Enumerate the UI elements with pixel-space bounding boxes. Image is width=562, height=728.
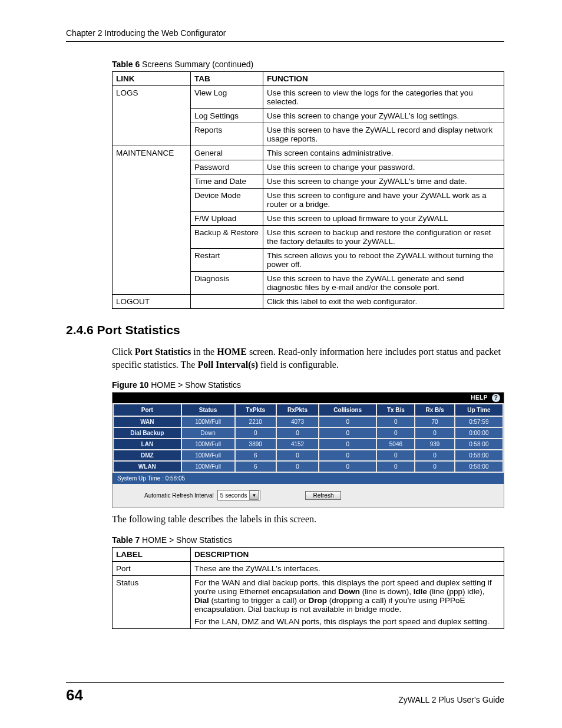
stats-cell: WLAN	[114, 462, 181, 472]
stats-cell: LAN	[114, 439, 181, 449]
table-row: LOGOUT Click this label to exit the web …	[113, 295, 504, 309]
table6-link-cell: LOGS	[113, 86, 191, 146]
stats-cell: Down	[182, 428, 234, 438]
table6-tab-cell: Password	[191, 160, 263, 174]
table7-caption: Table 7 HOME > Show Statistics	[112, 535, 504, 545]
stats-cell: 100M/Full	[182, 450, 234, 460]
stats-cell: 939	[415, 439, 454, 449]
table6-fn-cell: Use this screen to change your password.	[263, 160, 504, 174]
table7-label-cell: Status	[113, 575, 191, 628]
stats-cell: 4152	[277, 439, 318, 449]
stats-cell: 0	[319, 462, 376, 472]
table6-link-cell: MAINTENANCE	[113, 146, 191, 295]
table6-fn-cell: This screen contains administrative.	[263, 146, 504, 160]
table-row: Status For the WAN and dial backup ports…	[113, 575, 504, 628]
help-icon[interactable]: ?	[492, 394, 500, 402]
stats-header: Rx B/s	[415, 404, 454, 416]
stats-cell: 0:58:00	[455, 450, 503, 460]
stats-cell: 0	[319, 450, 376, 460]
refresh-interval-label: Automatic Refresh Interval	[144, 492, 214, 499]
desc-text: For the LAN, DMZ and WLAN ports, this di…	[194, 617, 490, 626]
stats-row: Dial BackupDown000000:00:00	[114, 428, 503, 438]
para-bold: Poll Interval(s)	[197, 360, 258, 370]
table6-link-cell: LOGOUT	[113, 295, 191, 309]
stats-cell: 0	[415, 462, 454, 472]
table6-fn-cell: This screen allows you to reboot the ZyW…	[263, 249, 504, 272]
chevron-down-icon[interactable]: ▼	[249, 490, 259, 500]
refresh-button[interactable]: Refresh	[305, 491, 341, 500]
stats-cell: 70	[415, 417, 454, 427]
stats-cell: 0	[377, 450, 414, 460]
stats-cell: 0	[415, 450, 454, 460]
stats-cell: 6	[236, 450, 276, 460]
figure10-caption-bold: Figure 10	[112, 380, 148, 390]
table6-tab-cell: General	[191, 146, 263, 160]
table6-caption-bold: Table 6	[112, 60, 140, 69]
stats-header: Status	[182, 404, 234, 416]
table6-tab-cell: Diagnosis	[191, 272, 263, 295]
stats-header: RxPkts	[277, 404, 318, 416]
help-label[interactable]: HELP	[471, 394, 488, 401]
stats-cell: 0	[377, 417, 414, 427]
desc-bold: Down	[338, 587, 360, 596]
refresh-interval-select[interactable]: 5 seconds ▼	[217, 490, 261, 500]
stats-row: LAN100M/Full38904152050469390:58:00	[114, 439, 503, 449]
table6-fn-cell: Use this screen to view the logs for the…	[263, 86, 504, 109]
stats-cell: 0	[319, 417, 376, 427]
stats-cell: DMZ	[114, 450, 181, 460]
section-heading: 2.4.6 Port Statistics	[66, 323, 504, 337]
desc-text: (line (ppp) idle),	[427, 587, 485, 596]
system-uptime: System Up Time : 0:58:05	[113, 473, 504, 484]
refresh-interval-value: 5 seconds	[220, 492, 247, 499]
page-number: 64	[66, 686, 83, 704]
stats-cell: Dial Backup	[114, 428, 181, 438]
stats-cell: 0:57:59	[455, 417, 503, 427]
para-text: Click	[112, 347, 135, 357]
table7-desc-cell: These are the ZyWALL's interfaces.	[191, 561, 504, 575]
stats-cell: 0	[277, 462, 318, 472]
stats-header: Tx B/s	[377, 404, 414, 416]
help-bar: HELP ?	[113, 393, 504, 403]
stats-row: WAN100M/Full2210407300700:57:59	[114, 417, 503, 427]
stats-header: Port	[114, 404, 181, 416]
table6-fn-cell: Use this screen to change your ZyWALL's …	[263, 109, 504, 123]
stats-row: DMZ100M/Full600000:58:00	[114, 450, 503, 460]
table6-tab-cell: Restart	[191, 249, 263, 272]
table6-caption: Table 6 Screens Summary (continued)	[112, 60, 504, 69]
table7-desc-cell: For the WAN and dial backup ports, this …	[191, 575, 504, 628]
stats-cell: 4073	[277, 417, 318, 427]
stats-cell: 0	[319, 439, 376, 449]
stats-cell: 6	[236, 462, 276, 472]
footer-doc-title: ZyWALL 2 Plus User's Guide	[398, 695, 504, 704]
table-row: MAINTENANCE General This screen contains…	[113, 146, 504, 160]
stats-header: Up Time	[455, 404, 503, 416]
table6-tab-cell: Reports	[191, 123, 263, 146]
stats-cell: 0	[377, 428, 414, 438]
stats-cell: 0:58:00	[455, 439, 503, 449]
stats-cell: 5046	[377, 439, 414, 449]
figure10-caption: Figure 10 HOME > Show Statistics	[112, 380, 504, 390]
table-row: Port These are the ZyWALL's interfaces.	[113, 561, 504, 575]
table6-header-link: LINK	[113, 72, 191, 86]
table6-tab-cell	[191, 295, 263, 309]
stats-header: TxPkts	[236, 404, 276, 416]
table6-caption-rest: Screens Summary (continued)	[140, 60, 253, 69]
table6-fn-cell: Use this screen to have the ZyWALL gener…	[263, 272, 504, 295]
stats-cell: 100M/Full	[182, 417, 234, 427]
stats-header: Collisions	[319, 404, 376, 416]
table6-tab-cell: Backup & Restore	[191, 226, 263, 249]
table7-caption-rest: HOME > Show Statistics	[140, 535, 232, 545]
after-figure-paragraph: The following table describes the labels…	[112, 513, 504, 526]
table7-header-label: LABEL	[113, 547, 191, 561]
stats-cell: 0	[277, 450, 318, 460]
table6-tab-cell: View Log	[191, 86, 263, 109]
statistics-figure: HELP ? Port Status TxPkts RxPkts Collisi…	[112, 392, 504, 508]
statistics-table: Port Status TxPkts RxPkts Collisions Tx …	[113, 403, 504, 473]
table7-caption-bold: Table 7	[112, 535, 140, 545]
para-bold: Port Statistics	[135, 347, 191, 357]
stats-cell: 0	[277, 428, 318, 438]
section-paragraph: Click Port Statistics in the HOME screen…	[112, 345, 504, 371]
para-bold: HOME	[217, 347, 247, 357]
table-row: LOGS View Log Use this screen to view th…	[113, 86, 504, 109]
table7: LABEL DESCRIPTION Port These are the ZyW…	[112, 547, 504, 629]
